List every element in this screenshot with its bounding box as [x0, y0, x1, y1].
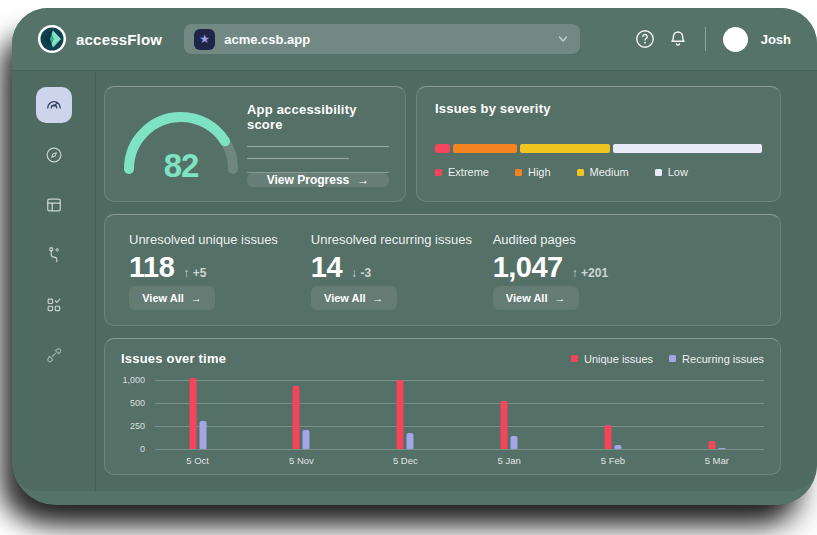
delta-value: -3: [360, 266, 371, 280]
x-axis: 5 Oct5 Nov5 Dec5 Jan5 Feb5 Mar: [155, 452, 764, 466]
stat-delta: ↑ +5: [183, 266, 206, 280]
bar-recurring-issues: [407, 433, 414, 449]
x-tick-label: 5 Feb: [601, 455, 625, 466]
severity-legend-item: High: [515, 166, 551, 178]
arrow-right-icon: →: [373, 292, 384, 304]
brand: accessFlow: [38, 25, 162, 53]
arrow-up-icon: ↑: [572, 266, 578, 280]
severity-segment-extreme: [435, 144, 450, 153]
accessflow-logo-icon: [38, 25, 66, 53]
severity-legend-item: Medium: [577, 166, 629, 178]
skeleton-line: [247, 146, 389, 147]
view-all-label: View All: [506, 292, 548, 304]
chart-legend-item: Recurring issues: [669, 353, 764, 365]
user-name: Josh: [761, 32, 791, 47]
sidebar-item-flows[interactable]: [36, 237, 72, 273]
severity-legend-item: Extreme: [435, 166, 489, 178]
y-tick-label: 250: [130, 421, 145, 431]
y-tick-label: 0: [140, 444, 145, 454]
x-tick-label: 5 Oct: [186, 455, 209, 466]
view-all-pages-button[interactable]: View All→: [493, 286, 579, 310]
view-all-unique-button[interactable]: View All→: [129, 286, 215, 310]
header-divider: [705, 27, 706, 51]
bar-group-5-nov: [293, 386, 310, 449]
severity-segment-high: [453, 144, 518, 153]
compass-icon: [44, 145, 64, 165]
window-body: 82 App accessibility score View Progress…: [12, 70, 817, 491]
gauge-icon: [44, 95, 64, 115]
y-tick-label: 500: [130, 398, 145, 408]
bar-unique-issues: [604, 425, 611, 449]
bar-unique-issues: [397, 380, 404, 449]
bar-group-5-mar: [708, 441, 725, 449]
header-actions: Josh: [635, 27, 791, 52]
chart-area: [155, 372, 764, 450]
sidebar-item-tasks[interactable]: [36, 287, 72, 323]
legend-label: Recurring issues: [682, 353, 764, 365]
gridline: [155, 449, 764, 450]
sidebar-item-layout[interactable]: [36, 187, 72, 223]
severity-segment-medium: [520, 144, 610, 153]
legend-label: High: [528, 166, 551, 178]
bar-group-5-oct: [189, 378, 206, 449]
top-bar: accessFlow ★ acme.csb.app Josh: [12, 8, 817, 70]
view-all-label: View All: [142, 292, 184, 304]
severity-legend: ExtremeHighMediumLow: [435, 166, 762, 178]
project-star-icon: ★: [194, 29, 215, 50]
avatar[interactable]: [723, 27, 748, 52]
stat-label: Unresolved recurring issues: [311, 232, 493, 247]
sidebar-item-dashboard[interactable]: [36, 87, 72, 123]
stat-value: 14: [311, 251, 342, 284]
bar-unique-issues: [708, 441, 715, 449]
project-selector[interactable]: ★ acme.csb.app: [184, 24, 580, 54]
main-content: 82 App accessibility score View Progress…: [96, 71, 817, 491]
severity-stacked-bar: [435, 144, 762, 153]
legend-label: Unique issues: [584, 353, 653, 365]
gridline: [155, 380, 764, 381]
legend-swatch-icon: [571, 355, 578, 362]
gridline: [155, 426, 764, 427]
legend-swatch-icon: [669, 355, 676, 362]
sidebar-item-compass[interactable]: [36, 137, 72, 173]
stat-audited-pages: Audited pages 1,047 ↑ +201 View All→: [493, 232, 756, 310]
layout-icon: [44, 195, 64, 215]
brand-name: accessFlow: [76, 31, 162, 48]
view-all-recurring-button[interactable]: View All→: [311, 286, 397, 310]
stat-value: 118: [129, 251, 174, 284]
bar-recurring-issues: [303, 430, 310, 449]
arrow-down-icon: ↓: [351, 266, 357, 280]
legend-label: Low: [668, 166, 688, 178]
stat-delta: ↓ -3: [351, 266, 371, 280]
stat-label: Unresolved unique issues: [129, 232, 311, 247]
score-value: 82: [164, 147, 199, 185]
delta-value: +201: [581, 266, 608, 280]
x-tick-label: 5 Nov: [289, 455, 314, 466]
chart-legend-item: Unique issues: [571, 353, 653, 365]
severity-legend-item: Low: [655, 166, 688, 178]
score-gauge: 82: [115, 99, 247, 187]
arrow-right-icon: →: [357, 173, 369, 187]
arrow-right-icon: →: [191, 292, 202, 304]
bell-icon[interactable]: [668, 29, 688, 49]
arrow-up-icon: ↑: [183, 266, 189, 280]
x-tick-label: 5 Jan: [498, 455, 521, 466]
issues-over-time-card: Issues over time Unique issuesRecurring …: [104, 338, 781, 475]
chevron-down-icon: [556, 32, 570, 46]
legend-label: Medium: [590, 166, 629, 178]
legend-label: Extreme: [448, 166, 489, 178]
score-card-title: App accessibility score: [247, 102, 389, 132]
legend-swatch-icon: [435, 169, 442, 176]
help-icon[interactable]: [635, 29, 655, 49]
view-all-label: View All: [324, 292, 366, 304]
bar-recurring-issues: [614, 445, 621, 449]
project-name: acme.csb.app: [224, 32, 547, 47]
legend-swatch-icon: [577, 169, 584, 176]
sidebar-item-integrations[interactable]: [36, 337, 72, 373]
gridline: [155, 403, 764, 404]
app-window: accessFlow ★ acme.csb.app Josh: [12, 8, 817, 505]
stat-unresolved-unique: Unresolved unique issues 118 ↑ +5 View A…: [129, 232, 311, 310]
skeleton-line: [247, 172, 389, 173]
chart-plot: 5 Oct5 Nov5 Dec5 Jan5 Feb5 Mar: [155, 374, 764, 466]
view-progress-button[interactable]: View Progress→: [247, 173, 389, 187]
x-tick-label: 5 Dec: [393, 455, 418, 466]
